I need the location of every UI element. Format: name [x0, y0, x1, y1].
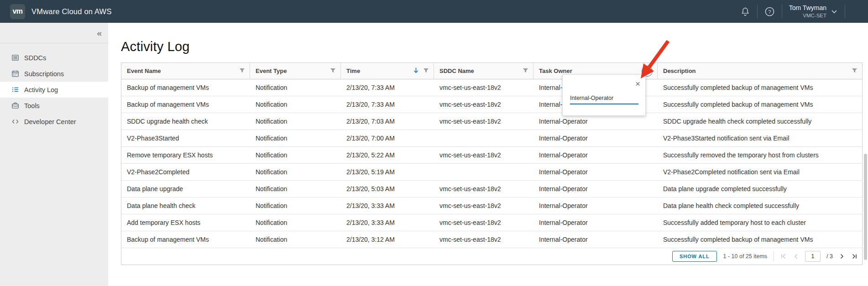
table-cell: Notification	[250, 84, 341, 91]
table-row[interactable]: V2-Phase3StartedNotification2/13/20, 7:0…	[121, 130, 862, 147]
table-cell: 2/13/20, 3:12 AM	[341, 236, 434, 243]
task-owner-filter-popup: ×	[562, 74, 646, 116]
table-cell: Internal-Operator	[533, 151, 658, 159]
sidebar-item-tools[interactable]: Tools	[0, 98, 108, 114]
filter-value-input[interactable]	[570, 94, 638, 104]
table-cell: 2/13/20, 3:33 AM	[341, 219, 434, 226]
table-cell: Data plane upgrade completed successfull…	[658, 185, 862, 192]
page-number-input[interactable]	[805, 251, 821, 262]
vertical-scrollbar[interactable]	[864, 154, 867, 260]
filter-icon[interactable]	[852, 68, 858, 75]
previous-page-icon[interactable]	[793, 253, 799, 260]
notifications-bell-icon[interactable]	[740, 6, 750, 16]
table-cell: 2/13/20, 7:33 AM	[341, 84, 434, 91]
pagination: / 3	[780, 251, 858, 262]
table-cell: Notification	[250, 202, 341, 209]
close-icon[interactable]: ×	[635, 79, 640, 88]
table-cell: Notification	[250, 118, 341, 125]
user-menu[interactable]: Tom Twyman VMC-SET	[789, 4, 838, 19]
filter-icon[interactable]	[423, 68, 429, 75]
table-cell: vmc-set-us-east-18v2	[434, 118, 533, 125]
topbar-divider	[845, 5, 845, 18]
table-cell: Backup of management VMs	[121, 236, 250, 243]
sidebar-item-developer-center[interactable]: Developer Center	[0, 114, 108, 130]
table-cell: vmc-set-us-east-18v2	[434, 219, 533, 226]
table-cell: vmc-set-us-east-18v2	[434, 185, 533, 192]
topbar-divider	[782, 5, 782, 18]
table-cell: vmc-set-us-east-18v2	[434, 151, 533, 159]
table-cell: 2/13/20, 3:33 AM	[341, 202, 434, 209]
table-cell: 2/13/20, 5:19 AM	[341, 168, 434, 176]
product-title: VMware Cloud on AWS	[31, 7, 112, 16]
table-cell: Internal-Operator	[533, 168, 658, 176]
table-cell: V2-Phase2Completed notification sent via…	[658, 168, 862, 176]
table-cell: vmc-set-us-east-18v2	[434, 202, 533, 209]
sidebar-item-activity-log[interactable]: Activity Log	[0, 82, 108, 98]
help-question-glyph: ?	[768, 9, 771, 14]
table-cell: Backup of management VMs	[121, 101, 250, 108]
table-cell: Data plane upgrade	[121, 185, 250, 192]
sort-desc-icon[interactable]	[413, 67, 419, 75]
table-cell: Internal-Operator	[533, 135, 658, 142]
sidebar-item-label: Activity Log	[24, 86, 58, 94]
vmware-logo-text: vm	[12, 7, 22, 16]
table-cell: Data plane health check completed succes…	[658, 202, 862, 209]
filter-icon[interactable]	[523, 68, 528, 75]
table-cell: SDDC upgrade health check	[121, 118, 250, 125]
column-label: Event Name	[127, 68, 161, 74]
table-cell: Internal-Operator	[533, 202, 658, 209]
last-page-icon[interactable]	[851, 253, 858, 260]
table-cell: Successfully completed backup of managem…	[658, 84, 862, 91]
table-cell: 2/13/20, 5:03 AM	[341, 185, 434, 192]
table-cell: vmc-set-us-east-18v2	[434, 101, 533, 108]
next-page-icon[interactable]	[839, 253, 845, 260]
table-cell: Notification	[250, 168, 341, 176]
table-cell: Data plane health check	[121, 202, 250, 209]
column-label: Event Type	[256, 68, 287, 74]
table-row[interactable]: Backup of management VMsNotification2/13…	[121, 79, 862, 96]
table-cell: Notification	[250, 236, 341, 243]
table-footer: SHOW ALL 1 - 10 of 25 items	[121, 248, 862, 265]
table-cell: Successfully removed the temporary host …	[658, 151, 862, 159]
first-page-icon[interactable]	[780, 253, 787, 260]
chevron-down-icon	[831, 8, 838, 15]
column-header-event-name[interactable]: Event Name	[121, 63, 250, 79]
sidebar-item-label: SDDCs	[24, 54, 46, 62]
table-cell: Add temporary ESX hosts	[121, 219, 250, 226]
table-row[interactable]: SDDC upgrade health checkNotification2/1…	[121, 113, 862, 130]
column-header-time[interactable]: Time	[341, 63, 434, 79]
table-cell: Backup of management VMs	[121, 84, 250, 91]
table-row[interactable]: Data plane health checkNotification2/13/…	[121, 198, 862, 214]
user-name: Tom Twyman	[789, 4, 826, 12]
app-grid-icon[interactable]	[852, 8, 860, 16]
user-org: VMC-SET	[789, 12, 826, 19]
sddcs-icon	[11, 54, 19, 62]
table-cell: 2/13/20, 7:03 AM	[341, 118, 434, 125]
table-row[interactable]: Remove temporary ESX hostsNotification2/…	[121, 147, 862, 164]
table-row[interactable]: V2-Phase2CompletedNotification2/13/20, 5…	[121, 164, 862, 181]
column-header-event-type[interactable]: Event Type	[250, 63, 341, 79]
show-all-button[interactable]: SHOW ALL	[672, 251, 716, 262]
sidebar-collapse-button[interactable]: «	[97, 29, 102, 37]
help-icon[interactable]: ?	[764, 6, 775, 17]
table-row[interactable]: Add temporary ESX hostsNotification2/13/…	[121, 214, 862, 231]
table-cell: Internal-Operator	[533, 118, 658, 125]
activity-log-table: Event Name Event Type Ti	[121, 62, 863, 265]
table-cell: 2/13/20, 5:22 AM	[341, 151, 434, 159]
topbar-divider	[757, 5, 758, 18]
table-cell: Notification	[250, 219, 341, 226]
column-header-description[interactable]: Description	[658, 63, 862, 79]
filter-icon[interactable]	[330, 68, 336, 75]
sidebar: « SDDCs	[0, 23, 108, 286]
table-row[interactable]: Backup of management VMsNotification2/13…	[121, 231, 862, 248]
table-cell: Notification	[250, 101, 341, 108]
page-title: Activity Log	[121, 38, 863, 55]
column-header-sddc-name[interactable]: SDDC Name	[434, 63, 533, 79]
table-row[interactable]: Data plane upgradeNotification2/13/20, 5…	[121, 181, 862, 198]
filter-icon[interactable]	[239, 68, 245, 75]
column-label: Description	[663, 68, 696, 74]
table-row[interactable]: Backup of management VMsNotification2/13…	[121, 96, 862, 113]
sidebar-item-sddcs[interactable]: SDDCs	[0, 50, 108, 66]
sidebar-item-subscriptions[interactable]: Subscriptions	[0, 66, 108, 82]
activity-log-icon	[11, 86, 19, 94]
